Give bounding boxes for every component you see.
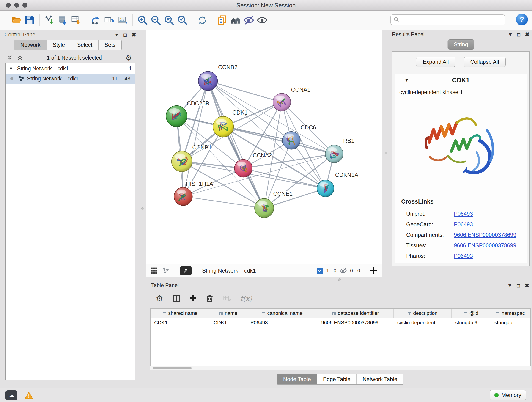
tab-style[interactable]: Style bbox=[47, 40, 71, 50]
panel-menu-icon[interactable]: ▼ bbox=[508, 32, 513, 37]
hide-selected-button[interactable] bbox=[242, 13, 255, 27]
node-CCNB2[interactable] bbox=[198, 71, 218, 90]
node-CDKN1A[interactable] bbox=[317, 180, 334, 197]
edge-CDK1-RB1[interactable] bbox=[223, 127, 334, 154]
crosslink-link[interactable]: 9606.ENSP00000378699 bbox=[454, 242, 516, 249]
network-overview-button[interactable] bbox=[162, 267, 170, 274]
network-status-dot bbox=[10, 77, 13, 80]
scrollbar-thumb[interactable] bbox=[153, 367, 191, 370]
node-CCNA1[interactable] bbox=[273, 93, 291, 111]
panel-menu-icon[interactable]: ▼ bbox=[114, 32, 119, 37]
column-header--id[interactable]: @id bbox=[452, 309, 491, 318]
panel-float-icon[interactable]: ◻ bbox=[517, 32, 521, 37]
tab-select[interactable]: Select bbox=[71, 40, 99, 50]
network-view[interactable]: CCNB2CCNA1CDC25BCDK1CDC6RB1CCNB1CCNA2CDK… bbox=[146, 30, 382, 264]
table-row[interactable]: CDK1CDK1P064939606.ENSP00000378699cyclin… bbox=[151, 318, 530, 327]
function-builder-button[interactable]: f(x) bbox=[240, 294, 252, 303]
selected-checkbox-icon[interactable] bbox=[317, 268, 323, 274]
tree-caret-icon[interactable]: ▼ bbox=[9, 66, 13, 71]
refresh-layout-button[interactable] bbox=[196, 13, 209, 27]
warnings-button[interactable] bbox=[23, 390, 35, 400]
crosslink-link[interactable]: P06493 bbox=[454, 211, 473, 217]
crosslink-link[interactable]: P06493 bbox=[454, 221, 473, 228]
collapse-all-icon[interactable] bbox=[6, 55, 13, 61]
node-CCNA2[interactable] bbox=[234, 159, 252, 177]
node-CDK1[interactable] bbox=[213, 116, 234, 137]
tab-node-table[interactable]: Node Table bbox=[277, 374, 317, 384]
zoom-fit-button[interactable] bbox=[162, 13, 176, 27]
network-graph[interactable]: CCNB2CCNA1CDC25BCDK1CDC6RB1CCNB1CCNA2CDK… bbox=[146, 30, 382, 264]
bottom-splitter-handle[interactable] bbox=[338, 279, 341, 281]
zoom-selected-button[interactable] bbox=[176, 13, 189, 27]
birds-eye-view-button[interactable] bbox=[150, 267, 158, 274]
collapse-all-button[interactable]: Collapse All bbox=[464, 57, 506, 67]
save-session-button[interactable] bbox=[23, 13, 36, 27]
table-horizontal-scrollbar[interactable] bbox=[150, 366, 531, 370]
zoom-in-button[interactable] bbox=[136, 13, 149, 27]
node-CDC25B[interactable] bbox=[166, 106, 187, 127]
node-HIST1H1A[interactable] bbox=[174, 187, 192, 206]
pan-mode-button[interactable] bbox=[363, 266, 378, 275]
column-header-database-identifier[interactable]: database identifier bbox=[317, 309, 394, 318]
node-CCNB1[interactable] bbox=[172, 151, 192, 172]
panel-float-icon[interactable]: ◻ bbox=[516, 283, 520, 288]
import-network-file-button[interactable] bbox=[43, 13, 56, 27]
panel-menu-icon[interactable]: ▼ bbox=[507, 283, 512, 288]
column-header-namespac[interactable]: namespac bbox=[491, 309, 530, 318]
first-neighbors-button[interactable] bbox=[229, 13, 242, 27]
network-options-gear-icon[interactable]: ⚙ bbox=[125, 54, 132, 61]
table-toolbar: ⚙ ✚ f(x) bbox=[156, 294, 252, 303]
zoom-out-button[interactable] bbox=[149, 13, 162, 27]
tab-sets[interactable]: Sets bbox=[99, 40, 121, 50]
node-RB1[interactable] bbox=[325, 145, 343, 163]
column-header-shared-name[interactable]: shared name bbox=[151, 309, 210, 318]
left-splitter-handle[interactable] bbox=[141, 207, 144, 210]
collection-label: String Network – cdk1 bbox=[17, 65, 69, 72]
cloud-button[interactable]: ☁ bbox=[6, 390, 17, 400]
delete-column-button[interactable] bbox=[206, 294, 214, 303]
export-view-button[interactable] bbox=[180, 266, 191, 275]
panel-close-icon[interactable]: ✖ bbox=[525, 32, 530, 37]
network-from-selection-button[interactable] bbox=[89, 13, 103, 27]
help-button[interactable]: ? bbox=[516, 13, 528, 26]
edge-CCNB2-CCNE1[interactable] bbox=[208, 81, 264, 208]
show-all-button[interactable] bbox=[255, 13, 269, 27]
panel-float-icon[interactable]: ◻ bbox=[123, 32, 127, 37]
column-header-name[interactable]: name bbox=[210, 309, 247, 318]
node-CCNE1[interactable] bbox=[254, 198, 274, 218]
edge-CCNB2-HIST1H1A[interactable] bbox=[183, 81, 208, 196]
tab-network-table[interactable]: Network Table bbox=[357, 374, 404, 384]
tab-edge-table[interactable]: Edge Table bbox=[317, 374, 357, 384]
column-header-canonical-name[interactable]: canonical name bbox=[247, 309, 317, 318]
import-table-button[interactable] bbox=[70, 13, 83, 27]
section-collapse-icon[interactable]: ▼ bbox=[404, 77, 409, 83]
open-session-button[interactable] bbox=[10, 13, 23, 27]
new-network-table-button[interactable] bbox=[103, 13, 116, 27]
panel-close-icon[interactable]: ✖ bbox=[525, 283, 529, 288]
table-options-gear-icon[interactable]: ⚙ bbox=[156, 294, 163, 303]
create-column-button[interactable]: ✚ bbox=[190, 294, 196, 302]
search-input[interactable] bbox=[401, 17, 505, 23]
crosslink-link[interactable]: P06493 bbox=[454, 253, 473, 259]
tab-network[interactable]: Network bbox=[14, 40, 47, 50]
expand-all-button[interactable]: Expand All bbox=[416, 57, 455, 67]
column-header-description[interactable]: description bbox=[394, 309, 452, 318]
tab-string[interactable]: String bbox=[447, 39, 474, 50]
edge-CCNB2-CCNA1[interactable] bbox=[208, 81, 282, 102]
expand-all-icon[interactable] bbox=[17, 55, 23, 61]
crosslink-link[interactable]: 9606.ENSP00000378699 bbox=[454, 232, 516, 238]
edge-HIST1H1A-CCNE1[interactable] bbox=[183, 196, 264, 208]
import-network-database-button[interactable] bbox=[56, 13, 70, 27]
crosslink-label: Pharos: bbox=[406, 253, 454, 259]
node-CDC6[interactable] bbox=[283, 132, 300, 149]
node-label-CCNA2: CCNA2 bbox=[253, 152, 272, 158]
copy-document-button[interactable] bbox=[215, 13, 229, 27]
panel-close-icon[interactable]: ✖ bbox=[131, 32, 136, 38]
network-row-selected[interactable]: String Network – cdk1 11 48 bbox=[6, 74, 135, 84]
export-image-button[interactable] bbox=[116, 13, 129, 27]
show-columns-button[interactable] bbox=[172, 294, 181, 303]
protein-name: CDK1 bbox=[409, 77, 513, 84]
right-splitter-handle[interactable] bbox=[385, 152, 387, 154]
network-collection-row[interactable]: ▼ String Network – cdk1 1 bbox=[6, 64, 135, 74]
memory-button[interactable]: Memory bbox=[490, 390, 526, 400]
